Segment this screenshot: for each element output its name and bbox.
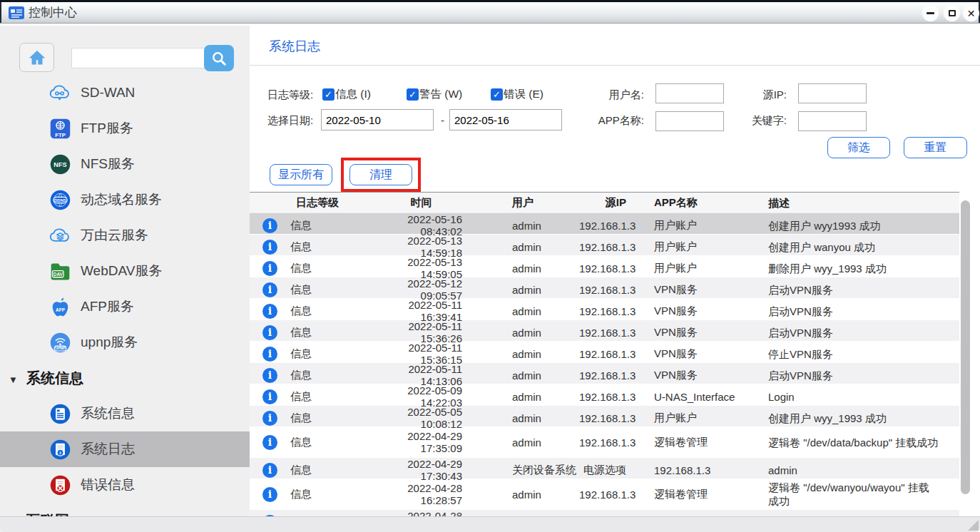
reset-button[interactable]: 重置 <box>904 137 967 158</box>
home-button[interactable] <box>19 43 54 72</box>
show-all-button[interactable]: 显示所有 <box>270 164 332 185</box>
ftp-icon: FTP <box>49 117 72 140</box>
table-column-header: 源IP <box>579 196 635 210</box>
log-app-cell: 用户账户 <box>635 262 768 275</box>
info-level-icon <box>262 261 277 276</box>
sidebar-item[interactable]: DDNS动态域名服务 <box>0 182 250 218</box>
log-table-row[interactable]: 信息2022-05-09 14:22:03admin192.168.1.3U-N… <box>250 384 959 406</box>
checkbox-checked-icon[interactable] <box>322 88 335 101</box>
close-button[interactable] <box>963 5 979 21</box>
keyword-input[interactable] <box>798 111 867 131</box>
level-checkbox-item[interactable]: 错误 (E) <box>491 87 575 102</box>
sidebar-item[interactable]: UPNPupnp服务 <box>0 324 250 360</box>
log-table-row[interactable]: 信息2022-05-11 15:36:26admin192.168.1.3VPN… <box>250 320 959 342</box>
log-time-cell: 2022-05-13 14:59:18 <box>380 235 487 259</box>
table-scrollbar-thumb[interactable] <box>961 200 970 494</box>
log-ip-cell: 192.168.1.3 <box>579 305 635 317</box>
log-table-row[interactable]: 信息2022-05-11 15:36:15admin192.168.1.3VPN… <box>250 342 959 363</box>
log-desc-cell: 启动VPN服务 <box>768 369 959 382</box>
control-center-window: 控制中心 SD-WANFTPFTP服务NFSNFS服务DDNS动态域名服务万由云… <box>0 0 980 532</box>
log-level-cell <box>250 411 290 426</box>
search-icon <box>210 49 228 68</box>
sidebar-item[interactable]: 系统信息 <box>0 396 250 431</box>
log-table-row[interactable]: 信息2022-05-13 14:59:05admin192.168.1.3用户账… <box>250 256 959 277</box>
table-column-header: APP名称 <box>635 196 768 210</box>
ddns-icon: DDNS <box>49 188 72 212</box>
nfs-icon: NFS <box>49 153 72 176</box>
sdwan-cloud-icon <box>49 81 72 105</box>
log-table-row[interactable]: 信息2022-05-12 09:05:57admin192.168.1.3VPN… <box>250 277 959 299</box>
log-table-row[interactable]: 信息2022-05-16 08:43:02admin192.168.1.3用户账… <box>250 213 959 235</box>
sidebar-section-label: 系统信息 <box>26 369 83 388</box>
log-desc-cell: 启动VPN服务 <box>768 326 959 339</box>
log-app-cell: 用户账户 <box>635 219 768 232</box>
log-desc-cell: 删除用户 wyy_1993 成功 <box>768 262 959 275</box>
log-time-cell: 2022-04-29 17:30:43 <box>380 458 487 482</box>
sidebar-item-label: 系统日志 <box>81 440 135 459</box>
log-ip-cell: 192.168.1.3 <box>579 436 635 449</box>
resize-grip-icon[interactable] <box>968 520 979 531</box>
log-table-row[interactable]: 信息2022-05-05 10:08:12admin192.168.1.3用户账… <box>250 406 959 427</box>
sidebar-item[interactable]: 错误信息 <box>0 467 250 503</box>
log-level-cell <box>250 240 290 255</box>
log-ip-cell: 192.168.1.3 <box>579 327 635 339</box>
svg-text:i: i <box>60 450 61 455</box>
table-column-header: 时间 <box>380 196 487 210</box>
log-ip-cell: 192.168.1.3 <box>579 412 635 424</box>
sidebar-item-label: 系统信息 <box>81 404 135 423</box>
log-user-cell: admin <box>487 241 579 253</box>
username-label: 用户名: <box>571 88 644 102</box>
info-level-icon <box>262 240 277 255</box>
log-table-row[interactable]: 信息2022-04-29 17:30:43关闭设备系统电源选项192.168.1… <box>250 458 959 479</box>
level-checkbox-item[interactable]: 警告 (W) <box>407 87 491 102</box>
level-checkbox-item[interactable]: 信息 (I) <box>322 87 407 102</box>
log-table-row[interactable]: 信息2022-04-29 17:35:09admin192.168.1.3逻辑卷… <box>250 427 959 458</box>
collapse-caret-icon <box>9 370 18 387</box>
log-table-row[interactable]: 信息2022-04-28 16:28:57admin192.168.1.3逻辑卷… <box>250 479 959 510</box>
date-to-input[interactable] <box>449 109 562 131</box>
sidebar-item[interactable]: i系统日志 <box>0 431 250 467</box>
titlebar: 控制中心 <box>0 2 980 24</box>
log-desc-cell: 逻辑卷 "/dev/data/backup" 挂载成功 <box>768 436 959 449</box>
sidebar-item[interactable]: DAVWebDAV服务 <box>0 253 250 289</box>
log-user-cell: admin <box>487 284 579 296</box>
source-ip-input[interactable] <box>798 83 867 103</box>
log-level-cell <box>250 347 290 362</box>
log-user-cell: admin <box>487 488 579 501</box>
maximize-button[interactable] <box>944 5 960 21</box>
sidebar-item[interactable]: 万由云服务 <box>0 218 250 253</box>
sidebar-item-label: FTP服务 <box>81 119 133 138</box>
date-from-input[interactable] <box>321 109 434 131</box>
filter-button[interactable]: 筛选 <box>827 137 890 158</box>
log-level-cell <box>250 218 290 233</box>
checkbox-checked-icon[interactable] <box>407 88 419 101</box>
log-table-row[interactable]: 信息2022-05-11 16:39:41admin192.168.1.3VPN… <box>250 299 959 320</box>
minimize-button[interactable] <box>922 5 939 21</box>
search-button[interactable] <box>204 45 234 71</box>
log-table-row[interactable]: 信息2022-05-11 14:13:06admin192.168.1.3VPN… <box>250 363 959 384</box>
username-input[interactable] <box>655 83 724 103</box>
checkbox-checked-icon[interactable] <box>491 88 503 101</box>
log-app-cell: U-NAS_Interface <box>635 391 768 403</box>
sidebar-item[interactable]: NFSNFS服务 <box>0 146 250 182</box>
svg-text:AFP: AFP <box>56 307 66 312</box>
log-app-cell: VPN服务 <box>635 369 768 382</box>
sidebar-item[interactable]: AFPAFP服务 <box>0 289 250 324</box>
search-input[interactable] <box>71 48 205 68</box>
log-table-row[interactable]: 信息2022-05-13 14:59:18admin192.168.1.3用户账… <box>250 235 959 256</box>
sidebar-item[interactable]: SD-WAN <box>0 75 250 111</box>
window-title: 控制中心 <box>29 2 77 24</box>
app-name-input[interactable] <box>655 111 724 131</box>
info-level-icon <box>262 389 277 404</box>
log-app-cell: VPN服务 <box>635 283 768 297</box>
log-level-cell: 信息 <box>290 305 380 318</box>
log-level-cell: 信息 <box>290 283 380 297</box>
sidebar-item-label: SD-WAN <box>81 85 135 101</box>
log-desc-cell: 创建用户 wyy1993 成功 <box>768 219 959 232</box>
log-desc-cell: 停止VPN服务 <box>768 347 959 361</box>
clean-button[interactable]: 清理 <box>349 164 412 185</box>
log-level-cell <box>250 325 290 340</box>
info-level-icon <box>262 218 277 233</box>
sidebar-item[interactable]: FTPFTP服务 <box>0 111 250 146</box>
sidebar-section-header[interactable]: 系统信息 <box>0 360 250 396</box>
